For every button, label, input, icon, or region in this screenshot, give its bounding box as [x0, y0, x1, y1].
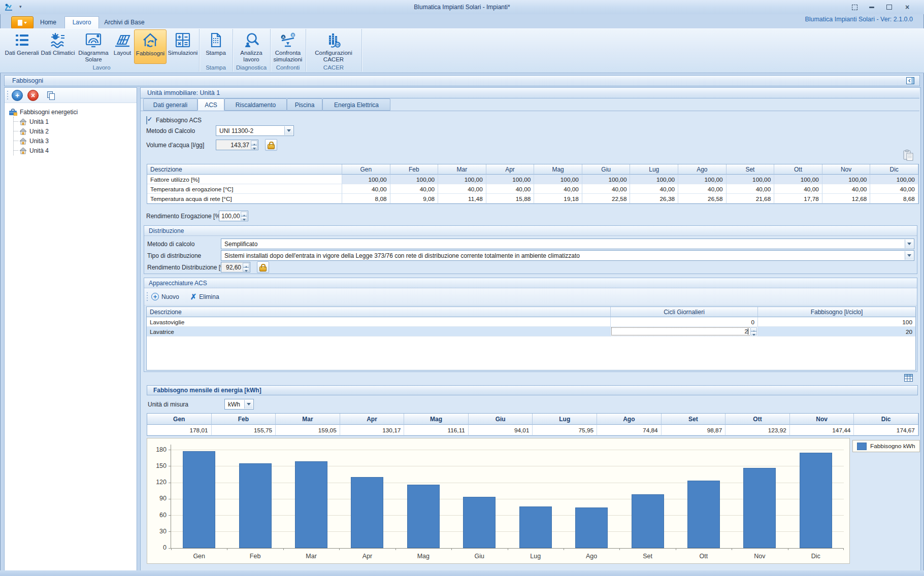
app-menu-button[interactable] — [11, 16, 34, 29]
delete-unit-button[interactable]: × — [27, 90, 39, 101]
unita-misura-combo[interactable]: kWh — [224, 399, 254, 410]
grid-cell[interactable]: 100,00 — [390, 175, 439, 184]
grid-cell[interactable]: 100,00 — [630, 175, 678, 184]
tree-root-item[interactable]: Fabbisogni energetici — [9, 107, 135, 117]
ribbon-item-analizza-lavoro[interactable]: Analizza lavoro — [235, 29, 268, 64]
rendimento-distribuzione-lock-button[interactable] — [257, 261, 269, 273]
grid-cell[interactable]: 40,00 — [678, 184, 727, 194]
grid-cell[interactable]: 12,68 — [822, 194, 871, 204]
grid-cell[interactable]: 40,00 — [870, 184, 918, 194]
copy-table-icon[interactable] — [903, 150, 913, 161]
chevron-down-icon[interactable] — [905, 240, 913, 248]
grid-cell[interactable]: 40,00 — [582, 184, 631, 194]
chevron-down-icon[interactable] — [284, 126, 293, 135]
grid-cell[interactable]: 26,58 — [678, 194, 727, 204]
fabbisogno-acs-checkbox[interactable] — [146, 116, 147, 124]
rendimento-erogazione-spinner[interactable] — [241, 212, 247, 220]
table-grid-icon[interactable] — [904, 374, 913, 382]
grid-cell[interactable]: 40,00 — [486, 184, 535, 194]
apparecchiatura-fabbisogno[interactable]: 100 — [758, 317, 915, 327]
apparecchiatura-row[interactable]: Lavastoviglie0100 — [147, 317, 915, 327]
tab-riscaldamento[interactable]: Riscaldamento — [224, 98, 287, 111]
ribbon-item-stampa[interactable]: Stampa — [202, 29, 230, 64]
chevron-down-icon[interactable] — [244, 400, 253, 409]
grid-cell[interactable]: 40,00 — [534, 184, 582, 194]
minimize-button[interactable] — [865, 3, 878, 11]
volume-acqua-field[interactable]: 143,37 — [216, 140, 258, 150]
grid-cell[interactable]: 100,00 — [342, 175, 390, 184]
restore-button[interactable] — [882, 3, 896, 11]
apparecchiatura-desc[interactable]: Lavatrice — [147, 327, 611, 336]
ribbon-tab-archivi-di-base[interactable]: Archivi di Base — [98, 16, 151, 28]
close-button[interactable]: × — [901, 3, 914, 11]
tab-dati-generali[interactable]: Dati generali — [143, 98, 197, 111]
volume-spinner[interactable] — [251, 141, 257, 149]
chevron-down-icon[interactable] — [905, 251, 913, 260]
ribbon-item-diagramma-solare[interactable]: Diagramma Solare — [76, 29, 111, 64]
grid-cell[interactable]: 40,00 — [438, 184, 486, 194]
grid-cell[interactable]: 11,48 — [438, 194, 486, 204]
ribbon-item-layout[interactable]: Layout — [111, 29, 134, 64]
distribuzione-metodo-combo[interactable]: Semplificato — [221, 239, 914, 249]
tree-item-unita-3[interactable]: Unità 3 — [14, 136, 135, 146]
grid-cell[interactable]: 100,00 — [582, 175, 631, 184]
ribbon-tab-home[interactable]: Home — [32, 16, 64, 28]
ribbon-item-fabbisogni[interactable]: Fabbisogni — [134, 29, 167, 64]
ribbon-tab-lavoro[interactable]: Lavoro — [64, 16, 99, 29]
rendimento-distribuzione-spinner[interactable] — [243, 263, 249, 272]
grid-cell[interactable]: 17,78 — [774, 194, 822, 204]
elimina-button[interactable]: ✗ Elimina — [190, 292, 219, 301]
y-axis-tick — [169, 483, 171, 483]
apparecchiatura-row[interactable]: Lavatrice220 — [147, 327, 915, 336]
apparecchiatura-fabbisogno[interactable]: 20 — [758, 327, 915, 336]
tab-energia-elettrica[interactable]: Energia Elettrica — [322, 98, 390, 111]
grid-cell[interactable]: 8,68 — [870, 194, 918, 204]
grid-cell[interactable]: 15,88 — [486, 194, 535, 204]
ribbon-item-confronta-simulazioni[interactable]: AB Confronta simulazioni — [271, 29, 305, 64]
cicli-spinner[interactable] — [750, 327, 757, 335]
grid-cell[interactable]: 22,58 — [582, 194, 631, 204]
metodo-calcolo-combo[interactable]: UNI 11300-2 — [216, 125, 294, 136]
panel-options-icon[interactable] — [906, 77, 914, 84]
grid-cell[interactable]: 9,08 — [390, 194, 439, 204]
cicli-edit-field[interactable]: 2 — [611, 327, 757, 336]
grid-cell[interactable]: 40,00 — [822, 184, 871, 194]
grid-cell[interactable]: 40,00 — [630, 184, 678, 194]
tipo-distribuzione-combo[interactable]: Sistemi installati dopo dell'entrata in … — [221, 250, 914, 261]
grid-cell[interactable]: 40,00 — [342, 184, 390, 194]
grid-cell[interactable]: 100,00 — [678, 175, 727, 184]
grid-cell[interactable]: 100,00 — [727, 175, 775, 184]
grid-cell[interactable]: 26,38 — [630, 194, 678, 204]
rendimento-distribuzione-field[interactable]: 92,60 — [221, 262, 250, 273]
tree-item-unita-1[interactable]: Unità 1 — [14, 117, 135, 126]
add-unit-button[interactable]: + — [12, 90, 23, 101]
grid-cell[interactable]: 19,18 — [534, 194, 582, 204]
grid-cell[interactable]: 100,00 — [534, 175, 582, 184]
grid-cell[interactable]: 100,00 — [870, 175, 918, 184]
ribbon-item-dati-generali[interactable]: Dati Generali — [4, 29, 40, 64]
copy-unit-icon[interactable] — [47, 91, 55, 99]
grid-cell[interactable]: 8,08 — [342, 194, 390, 204]
volume-lock-button[interactable] — [265, 139, 277, 151]
grid-cell[interactable]: 100,00 — [486, 175, 535, 184]
grid-cell[interactable]: 40,00 — [774, 184, 822, 194]
tab-acs[interactable]: ACS — [197, 98, 224, 111]
ribbon-item-dati-climatici[interactable]: Dati Climatici — [40, 29, 76, 64]
grid-cell[interactable]: 100,00 — [774, 175, 822, 184]
nuovo-button[interactable]: + Nuovo — [151, 293, 179, 300]
apparecchiatura-cicli[interactable]: 2 — [611, 327, 758, 336]
grid-cell[interactable]: 100,00 — [822, 175, 871, 184]
rendimento-erogazione-field[interactable]: 100,00 — [219, 211, 248, 221]
tree-item-unita-2[interactable]: Unità 2 — [14, 126, 135, 136]
apparecchiatura-desc[interactable]: Lavastoviglie — [147, 317, 611, 327]
grid-cell[interactable]: 40,00 — [727, 184, 775, 194]
tree-item-unita-4[interactable]: Unità 4 — [14, 146, 135, 155]
ribbon-item-configurazioni-cacer[interactable]: Configurazioni CACER — [309, 29, 358, 64]
ribbon-item-simulazioni[interactable]: Simulazioni — [167, 29, 199, 64]
grid-cell[interactable]: 40,00 — [390, 184, 439, 194]
tab-piscina[interactable]: Piscina — [287, 98, 322, 111]
grid-cell[interactable]: 100,00 — [438, 175, 486, 184]
grid-cell[interactable]: 21,68 — [727, 194, 775, 204]
apparecchiatura-cicli[interactable]: 0 — [611, 317, 758, 327]
fullscreen-button[interactable] — [848, 3, 861, 11]
